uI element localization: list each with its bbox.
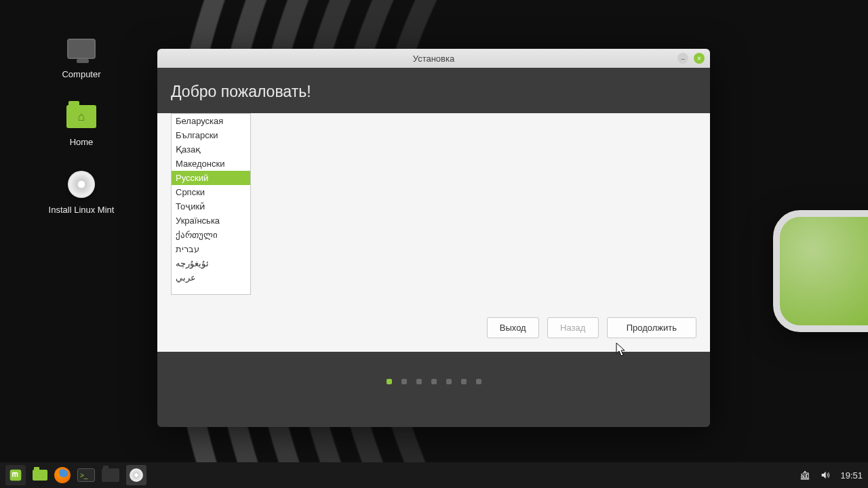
desktop-icon-label: Computer: [31, 69, 132, 79]
pager-dot: [446, 379, 452, 384]
desktop-icon-label: Home: [31, 137, 132, 147]
language-option[interactable]: Қазақ: [172, 142, 250, 157]
window-close-button[interactable]: ×: [694, 53, 705, 64]
pager-dot: [431, 379, 437, 384]
installer-content: БеларускаяБългарскиҚазақМакедонскиРусски…: [157, 113, 710, 352]
language-option[interactable]: ئۇيغۇرچە: [172, 256, 250, 270]
pager-dot: [387, 379, 392, 384]
quit-button[interactable]: Выход: [487, 317, 539, 338]
language-option[interactable]: Українська: [172, 214, 250, 228]
desktop-icon-computer[interactable]: Computer: [31, 33, 132, 79]
taskbar: >_ 19:51: [0, 462, 868, 488]
computer-icon: [67, 39, 96, 59]
step-pager: [157, 352, 710, 411]
start-menu-button[interactable]: [5, 465, 26, 485]
pager-dot: [401, 379, 407, 384]
language-option[interactable]: עברית: [172, 242, 250, 256]
language-list[interactable]: БеларускаяБългарскиҚазақМакедонскиРусски…: [171, 113, 251, 295]
disc-icon: [68, 171, 95, 198]
taskbar-firefox[interactable]: [54, 467, 71, 483]
window-titlebar[interactable]: Установка – ×: [157, 49, 710, 68]
taskbar-terminal[interactable]: >_: [77, 468, 95, 482]
volume-icon[interactable]: [820, 470, 831, 481]
desktop-icon-install[interactable]: Install Linux Mint: [31, 168, 132, 215]
taskbar-running-installer[interactable]: [126, 465, 146, 485]
desktop-icon-home[interactable]: Home: [31, 100, 132, 147]
language-option[interactable]: عربي: [172, 270, 250, 285]
installer-window: Установка – × Добро пожаловать! Беларуск…: [157, 49, 710, 427]
language-option[interactable]: Беларуская: [172, 114, 250, 128]
folder-icon: [33, 470, 47, 481]
window-title: Установка: [413, 54, 454, 64]
system-tray: 19:51: [800, 470, 863, 481]
language-option[interactable]: ქართული: [172, 228, 250, 242]
language-option[interactable]: Български: [172, 128, 250, 142]
welcome-heading: Добро пожаловать!: [157, 68, 710, 113]
mint-logo-icon: [9, 468, 22, 482]
pager-dot: [461, 379, 467, 384]
desktop-icon-label: Install Linux Mint: [31, 205, 132, 215]
language-option[interactable]: Српски: [172, 185, 250, 199]
taskbar-show-desktop[interactable]: [30, 465, 50, 485]
language-option[interactable]: Македонски: [172, 157, 250, 171]
network-icon[interactable]: [800, 470, 810, 481]
pager-dot: [416, 379, 422, 384]
pager-dot: [476, 379, 481, 384]
home-folder-icon: [66, 105, 96, 128]
language-option[interactable]: Тоҷикӣ: [172, 199, 250, 214]
taskbar-files[interactable]: [102, 468, 119, 482]
window-minimize-button[interactable]: –: [677, 53, 688, 64]
clock[interactable]: 19:51: [840, 470, 863, 481]
back-button: Назад: [547, 317, 599, 338]
continue-button[interactable]: Продолжить: [607, 317, 696, 338]
language-option[interactable]: Русский: [172, 171, 250, 185]
wallpaper-mint-logo: [773, 210, 868, 332]
wizard-button-row: Выход Назад Продолжить: [487, 317, 696, 338]
disc-icon: [130, 468, 143, 482]
